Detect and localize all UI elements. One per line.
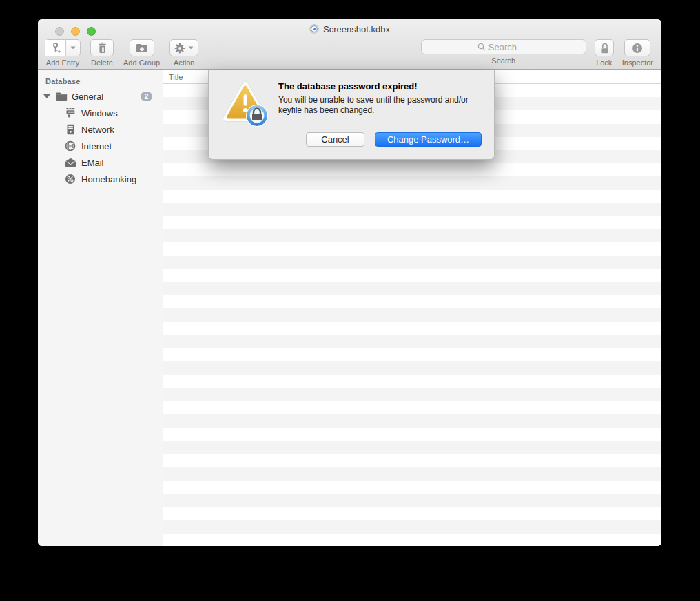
percent-icon [64,173,76,185]
add-group-label: Add Group [123,59,160,67]
sidebar-item-network[interactable]: Network [38,121,163,138]
add-entry-button[interactable] [45,39,81,56]
entry-count-badge: 2 [141,92,152,101]
change-password-button[interactable]: Change Password… [375,132,482,147]
lock-item: Lock [595,39,614,67]
action-button[interactable] [169,39,198,56]
add-entry-item: Add Entry [45,39,81,67]
chevron-down-icon [188,46,194,50]
unlocked-padlock-icon [599,43,609,54]
sidebar-item-label: EMail [81,158,104,168]
info-icon [632,43,643,54]
cancel-button[interactable]: Cancel [306,132,364,147]
sidebar-item-label: Windows [81,108,118,118]
add-group-item: Add Group [123,39,160,67]
sidebar-item-email[interactable]: EMail [38,154,163,171]
close-button[interactable] [55,27,64,36]
window-title: Screenshot.kdbx [323,24,390,34]
minimize-button[interactable] [71,27,80,36]
sidebar: Database General 2 [38,70,163,546]
sidebar-section-header: Database [38,74,163,88]
dialog-title: The database password expired! [278,81,418,92]
sidebar-item-internet[interactable]: Internet [38,138,163,154]
delete-label: Delete [91,59,113,67]
key-plus-icon [45,40,66,56]
traffic-lights [55,27,96,36]
envelope-icon [64,156,76,169]
document-proxy-icon[interactable] [309,24,319,34]
toolbar-right-group: Search Lock [421,39,653,67]
search-field[interactable] [421,39,586,54]
lock-button[interactable] [595,39,614,56]
search-icon [477,43,486,51]
inspector-button[interactable] [624,39,650,56]
action-item: Action [169,39,198,67]
zoom-button[interactable] [87,27,96,36]
network-group-icon [64,123,76,136]
add-group-button[interactable] [130,39,154,56]
inspector-item: Inspector [622,39,653,67]
app-window: Screenshot.kdbx [38,19,661,546]
sidebar-item-general[interactable]: General 2 [38,88,163,105]
toolbar: Add Entry Delete [38,39,661,68]
sidebar-item-homebanking[interactable]: Homebanking [38,171,163,187]
sidebar-item-label: General [72,92,103,102]
search-item: Search [421,39,586,67]
search-label: Search [491,56,515,65]
lock-label: Lock [596,59,612,67]
sidebar-item-label: Network [81,125,114,135]
disclosure-triangle-icon[interactable] [43,94,50,98]
globe-icon [64,140,76,152]
folder-icon [55,90,68,103]
titlebar: Screenshot.kdbx [141,19,558,39]
action-label: Action [174,59,195,67]
sidebar-item-label: Homebanking [81,174,136,184]
folder-plus-icon [136,43,148,53]
chevron-down-icon [70,46,76,50]
toolbar-left-group: Add Entry Delete [45,39,198,67]
password-expired-dialog: The database password expired! You will … [208,70,495,160]
search-input[interactable] [488,42,530,52]
add-entry-label: Add Entry [46,59,79,67]
warning-lock-icon [221,79,269,127]
windows-group-icon [64,107,76,119]
dialog-message: You will be unable to save until the pas… [278,95,486,116]
delete-item: Delete [90,39,114,67]
inspector-label: Inspector [622,59,653,67]
add-entry-dropdown[interactable] [66,40,80,56]
delete-button[interactable] [90,39,114,56]
gear-icon [174,43,185,54]
column-header-label: Title [169,73,183,81]
sidebar-item-windows[interactable]: Windows [38,105,163,121]
sidebar-item-label: Internet [81,141,112,151]
window-chrome: Screenshot.kdbx [38,19,661,70]
trash-icon [97,42,107,54]
